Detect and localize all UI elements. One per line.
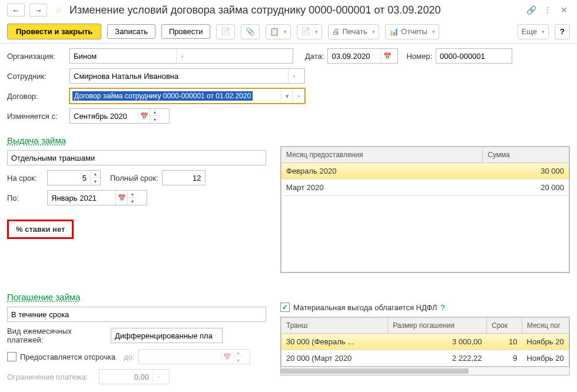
close-icon[interactable]: ✕ xyxy=(558,5,570,15)
deferment-label: Предоставляется отсрочка xyxy=(20,353,115,361)
col-tranche: Транш xyxy=(281,318,388,334)
calendar-icon: 📅 xyxy=(221,350,233,364)
document-icon-button[interactable]: 📄 xyxy=(216,24,235,39)
from-label: Изменяется с: xyxy=(7,112,66,121)
deferment-date-input xyxy=(139,350,221,364)
rate-highlight: % ставки нет xyxy=(7,220,74,239)
calendar-icon[interactable]: 📅 xyxy=(381,49,393,63)
link-icon[interactable]: 🔗 xyxy=(525,5,537,15)
contract-label: Договор: xyxy=(7,92,66,101)
emp-label: Сотрудник: xyxy=(7,72,66,81)
until-input[interactable] xyxy=(48,191,115,205)
form-dropdown[interactable]: 📋 xyxy=(266,24,291,39)
col-amount: Размер погашения xyxy=(388,318,487,334)
org-label: Организация: xyxy=(7,52,66,61)
date-label: Дата: xyxy=(305,52,324,61)
back-button[interactable]: ← xyxy=(7,4,25,16)
num-input[interactable] xyxy=(436,49,507,63)
pay-type-input[interactable] xyxy=(111,328,217,343)
help-button[interactable]: ? xyxy=(555,24,570,39)
spinner[interactable]: ▲▼ xyxy=(127,191,137,205)
attach-icon-button[interactable]: 📎 xyxy=(241,24,260,39)
ndfl-label: Материальная выгода облагается НДФЛ xyxy=(293,303,437,312)
horizontal-scrollbar[interactable] xyxy=(281,367,569,375)
submit-close-button[interactable]: Провести и закрыть xyxy=(7,24,101,39)
col-term: Срок xyxy=(487,318,522,334)
emp-input[interactable] xyxy=(70,69,288,83)
deferment-checkbox[interactable] xyxy=(7,352,16,361)
spinner[interactable]: ▲▼ xyxy=(150,109,160,123)
full-term-label: Полный срок: xyxy=(110,174,158,182)
pay-type-label: Вид ежемесячных платежей: xyxy=(7,327,107,344)
date-input[interactable] xyxy=(328,49,381,63)
limit-input xyxy=(100,370,152,384)
deferment-until-label: до: xyxy=(124,353,134,361)
table-row[interactable]: Февраль 2020 30 000 xyxy=(281,163,569,180)
create-dropdown[interactable]: 📄 xyxy=(297,24,322,39)
from-input[interactable] xyxy=(70,109,138,123)
open-icon[interactable]: ▫ xyxy=(176,49,188,63)
print-dropdown[interactable]: 🖨 Печать xyxy=(328,24,379,39)
table-row[interactable]: 20 000 (Март 2020 2 222,22 9 Ноябрь 20 xyxy=(281,350,569,367)
org-input[interactable] xyxy=(70,49,176,63)
forward-button[interactable]: → xyxy=(29,4,47,16)
open-icon: ▫ xyxy=(152,370,164,384)
contract-input[interactable]: Договор займа сотруднику 0000-000001 от … xyxy=(72,91,253,101)
repay-table[interactable]: Транш Размер погашения Срок Месяц пог 30… xyxy=(281,317,569,367)
loan-section-title: Выдача займа xyxy=(7,135,66,145)
col-month: Месяц пог xyxy=(522,318,569,334)
limit-label: Ограничение платежа: xyxy=(7,373,95,381)
open-icon[interactable]: ▫ xyxy=(293,89,304,103)
ndfl-checkbox[interactable]: ✓ xyxy=(280,303,290,312)
term-input[interactable] xyxy=(48,171,90,185)
window-title: Изменение условий договора займа сотрудн… xyxy=(69,4,520,16)
full-term-input xyxy=(163,171,205,185)
table-row[interactable]: 30 000 (Февраль ... 3 000,00 10 Ноябрь 2… xyxy=(281,334,569,350)
repay-method-input[interactable] xyxy=(8,307,261,321)
tranche-table[interactable]: Месяц предоставления Сумма Февраль 2020 … xyxy=(281,147,569,273)
repay-section-title: Погашение займа xyxy=(7,292,80,302)
term-label: На срок: xyxy=(7,174,44,182)
spinner[interactable]: ▲▼ xyxy=(90,171,100,185)
col-month: Месяц предоставления xyxy=(281,147,483,163)
until-label: По: xyxy=(7,194,44,202)
submit-button[interactable]: Провести xyxy=(161,24,211,39)
num-label: Номер: xyxy=(406,52,432,61)
calendar-icon[interactable]: 📅 xyxy=(115,191,127,205)
more-dropdown[interactable]: Еще xyxy=(518,24,549,39)
kebab-icon[interactable]: ⋮ xyxy=(542,5,553,15)
dropdown-icon[interactable]: ▾ xyxy=(281,89,293,103)
calendar-icon[interactable]: 📅 xyxy=(138,109,150,123)
help-link[interactable]: ? xyxy=(440,303,445,312)
record-button[interactable]: Записать xyxy=(107,24,155,39)
spinner: ▲▼ xyxy=(233,350,243,364)
favorite-icon[interactable]: ☆ xyxy=(54,5,62,16)
reports-dropdown[interactable]: 📊 Отчеты xyxy=(385,24,439,39)
col-sum: Сумма xyxy=(483,147,569,163)
open-icon[interactable]: ▫ xyxy=(288,69,300,83)
loan-method-input[interactable] xyxy=(8,151,261,165)
table-row[interactable]: Март 2020 20 000 xyxy=(281,180,569,196)
